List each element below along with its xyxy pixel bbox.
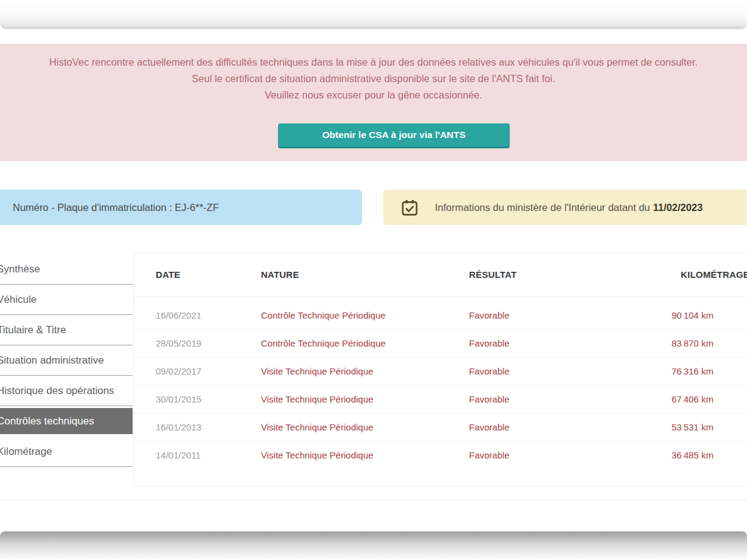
col-header-kilometrage: KILOMÉTRAGE bbox=[672, 269, 747, 280]
table-row: 16/06/2021 Contrôle Technique Périodique… bbox=[134, 302, 747, 330]
table-body: 16/06/2021 Contrôle Technique Périodique… bbox=[134, 297, 747, 469]
table-row: 09/02/2017 Visite Technique Périodique F… bbox=[134, 358, 747, 385]
cell-km: 67 406 km bbox=[672, 394, 747, 404]
cell-date: 30/01/2015 bbox=[156, 394, 261, 404]
alert-line-1: HistoVec rencontre actuellement des diff… bbox=[0, 54, 747, 71]
cell-date: 14/01/2011 bbox=[156, 450, 261, 460]
table-row: 28/05/2019 Contrôle Technique Périodique… bbox=[134, 330, 747, 358]
sidebar-item-situation-administrative[interactable]: Situation administrative bbox=[0, 345, 133, 376]
cell-result: Favorable bbox=[469, 366, 672, 376]
sidebar-item-historique-operations[interactable]: Historique des opérations bbox=[0, 376, 133, 406]
cell-nature: Contrôle Technique Périodique bbox=[261, 310, 469, 320]
cell-km: 90 104 km bbox=[672, 310, 747, 320]
sidebar-item-synthese[interactable]: Synthèse bbox=[0, 254, 133, 285]
alert-banner-text: HistoVec rencontre actuellement des diff… bbox=[0, 44, 747, 103]
col-header-resultat: RÉSULTAT bbox=[469, 269, 672, 280]
col-header-nature: NATURE bbox=[261, 269, 469, 280]
sidebar-item-kilometrage[interactable]: Kilométrage bbox=[0, 437, 133, 467]
cell-date: 28/05/2019 bbox=[156, 338, 261, 348]
cell-result: Favorable bbox=[469, 338, 672, 348]
page-bottom-edge bbox=[0, 531, 747, 560]
cell-km: 83 870 km bbox=[672, 338, 747, 348]
cell-date: 09/02/2017 bbox=[156, 366, 261, 376]
table-header-row: DATE NATURE RÉSULTAT KILOMÉTRAGE bbox=[134, 253, 747, 297]
page-top-edge bbox=[0, 0, 747, 29]
alert-line-2: Seul le certificat de situation administ… bbox=[0, 71, 747, 87]
table-row: 16/01/2013 Visite Technique Périodique F… bbox=[134, 413, 747, 441]
plate-number-badge: Numéro - Plaque d'immatriculation : EJ-6… bbox=[0, 190, 362, 225]
table-row: 30/01/2015 Visite Technique Périodique F… bbox=[134, 385, 747, 413]
cell-result: Favorable bbox=[469, 450, 672, 460]
ministry-info-text: Informations du ministère de l'Intérieur… bbox=[435, 202, 703, 213]
ministry-info-date: 11/02/2023 bbox=[653, 202, 703, 213]
calendar-check-icon bbox=[400, 198, 419, 217]
ministry-info-badge: Informations du ministère de l'Intérieur… bbox=[383, 190, 747, 225]
cell-date: 16/06/2021 bbox=[156, 310, 261, 320]
alert-line-3: Veuillez nous excuser pour la gêne occas… bbox=[0, 87, 747, 103]
cell-nature: Visite Technique Périodique bbox=[261, 366, 469, 376]
cell-nature: Contrôle Technique Périodique bbox=[261, 338, 469, 348]
cell-km: 76 316 km bbox=[672, 366, 747, 376]
cell-nature: Visite Technique Périodique bbox=[261, 394, 469, 404]
alert-banner: HistoVec rencontre actuellement des diff… bbox=[0, 44, 747, 161]
cell-km: 36 485 km bbox=[672, 450, 747, 460]
sidebar-item-titulaire-titre[interactable]: Titulaire & Titre bbox=[0, 315, 133, 345]
col-header-date: DATE bbox=[156, 269, 261, 280]
plate-number-label: Numéro - Plaque d'immatriculation : EJ-6… bbox=[13, 202, 219, 213]
section-nav: Synthèse Véhicule Titulaire & Titre Situ… bbox=[0, 254, 133, 467]
cell-result: Favorable bbox=[469, 422, 672, 432]
cell-result: Favorable bbox=[469, 394, 672, 404]
cell-result: Favorable bbox=[469, 310, 672, 320]
cell-nature: Visite Technique Périodique bbox=[261, 450, 469, 460]
table-row: 14/01/2011 Visite Technique Périodique F… bbox=[134, 441, 747, 469]
cell-km: 53 531 km bbox=[672, 422, 747, 432]
sidebar-item-controles-techniques[interactable]: Contrôles techniques bbox=[0, 406, 133, 437]
footer-divider bbox=[0, 500, 747, 500]
technical-inspections-panel: DATE NATURE RÉSULTAT KILOMÉTRAGE 16/06/2… bbox=[133, 252, 747, 486]
cell-date: 16/01/2013 bbox=[156, 422, 261, 432]
obtain-csa-button[interactable]: Obtenir le CSA à jour via l'ANTS bbox=[278, 123, 510, 148]
cell-nature: Visite Technique Périodique bbox=[261, 422, 469, 432]
sidebar-item-vehicule[interactable]: Véhicule bbox=[0, 285, 133, 315]
